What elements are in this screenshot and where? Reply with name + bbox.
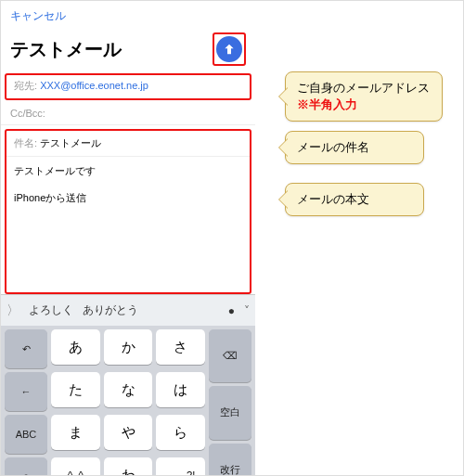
cc-bcc-field[interactable]: Cc/Bcc: bbox=[1, 104, 255, 125]
key-ha[interactable]: は bbox=[156, 372, 205, 407]
to-label: 宛先: bbox=[14, 80, 37, 91]
cc-label: Cc/Bcc: bbox=[10, 108, 45, 119]
key-emoji[interactable]: ☺ bbox=[5, 457, 47, 476]
to-value: XXX@office.eonet.ne.jp bbox=[40, 80, 148, 91]
key-return[interactable]: 改行 bbox=[209, 444, 251, 476]
mail-compose-screen: キャンセル テストメール 宛先: XXX@office.eonet.ne.jp … bbox=[1, 1, 255, 476]
callout-body: メールの本文 bbox=[285, 183, 424, 216]
send-button[interactable] bbox=[216, 36, 242, 62]
key-ra[interactable]: ら bbox=[156, 415, 205, 450]
cancel-button[interactable]: キャンセル bbox=[10, 8, 66, 24]
callout-address-note: ※半角入力 bbox=[297, 96, 431, 113]
compose-header: テストメール bbox=[1, 29, 255, 73]
key-wa[interactable]: わ bbox=[104, 457, 153, 476]
top-bar: キャンセル bbox=[1, 1, 255, 29]
send-highlight bbox=[213, 32, 246, 66]
key-ya[interactable]: や bbox=[104, 415, 153, 450]
key-ta[interactable]: た bbox=[51, 372, 100, 407]
key-abc[interactable]: ABC bbox=[5, 415, 47, 454]
callout-subject: メールの件名 bbox=[285, 131, 424, 164]
key-sa[interactable]: さ bbox=[156, 329, 205, 365]
key-space[interactable]: 空白 bbox=[209, 386, 251, 439]
subject-label: 件名: bbox=[14, 137, 37, 148]
page-title: テストメール bbox=[10, 37, 122, 62]
key-undo[interactable]: ↶ bbox=[5, 329, 47, 368]
predict-word-2[interactable]: ありがとう bbox=[83, 302, 138, 318]
key-kaomoji[interactable]: ^_^ bbox=[51, 457, 100, 476]
voice-icon[interactable]: ● bbox=[228, 304, 235, 317]
subject-value: テストメール bbox=[40, 137, 101, 148]
key-punct[interactable]: 、。?! bbox=[156, 457, 205, 476]
key-delete[interactable]: ⌫ bbox=[209, 329, 251, 382]
chevron-icon[interactable]: 〉 bbox=[6, 302, 19, 319]
key-ma[interactable]: ま bbox=[51, 415, 100, 450]
callout-address-text: ご自身のメールアドレス bbox=[297, 80, 431, 96]
subject-field[interactable]: 件名: テストメール bbox=[6, 131, 250, 157]
callout-body-text: メールの本文 bbox=[297, 192, 369, 206]
callout-subject-text: メールの件名 bbox=[297, 140, 369, 154]
callout-address: ご自身のメールアドレス ※半角入力 bbox=[285, 71, 443, 122]
predict-word-1[interactable]: よろしく bbox=[29, 302, 73, 318]
key-na[interactable]: な bbox=[104, 372, 153, 407]
signature-text: iPhoneから送信 bbox=[6, 180, 250, 216]
body-field[interactable]: テストメールです bbox=[6, 157, 250, 180]
prediction-bar: 〉 よろしく ありがとう ● ˅ bbox=[1, 294, 255, 326]
arrow-up-icon bbox=[222, 42, 237, 57]
key-left[interactable]: ← bbox=[5, 372, 47, 411]
message-area-highlight: 件名: テストメール テストメールです iPhoneから送信 bbox=[5, 129, 251, 294]
key-a[interactable]: あ bbox=[51, 329, 100, 365]
to-field[interactable]: 宛先: XXX@office.eonet.ne.jp bbox=[5, 73, 251, 100]
collapse-icon[interactable]: ˅ bbox=[244, 304, 250, 317]
key-ka[interactable]: か bbox=[104, 329, 153, 365]
keyboard: ↶ ← ABC ☺ あ か さ た な は ま や ら bbox=[1, 326, 255, 476]
